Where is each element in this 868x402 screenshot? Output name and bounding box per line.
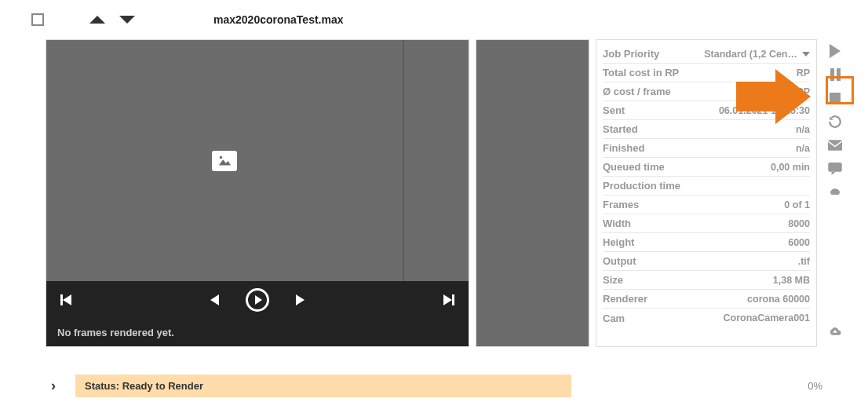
info-row: Queued time0,00 min [603,158,810,177]
info-row: Height6000 [603,233,810,252]
info-label: Sent [603,104,625,116]
preview-panel: No frames rendered yet. [46,39,469,347]
info-row: Width8000 [603,214,810,233]
info-value: .tif [798,256,810,267]
svg-marker-5 [832,172,836,175]
info-value: n/a [796,143,810,154]
info-label: Height [603,236,634,248]
stop-job-button[interactable] [826,90,844,107]
info-value: RP [797,68,810,79]
info-value: 0 of 1 [784,199,810,210]
next-frame-button[interactable] [296,294,305,305]
info-label: Started [603,123,638,135]
info-row: Job PriorityStandard (1,2 Cen… [603,45,810,64]
start-job-button[interactable] [826,42,844,60]
skip-end-button[interactable] [443,294,454,305]
svg-rect-3 [828,140,842,151]
prev-frame-button[interactable] [210,294,219,305]
dropdown-chevron-icon[interactable] [802,52,810,57]
info-value: n/a [796,124,810,135]
sort-controls [89,16,135,24]
status-banner: Status: Ready to Render [75,375,571,397]
pause-job-button[interactable] [826,66,844,83]
info-row: Startedn/a [603,120,810,139]
info-row: Sent06.01.2021 12:25:30 [603,101,810,120]
info-value: corona 60000 [747,294,810,305]
secondary-preview-panel [476,39,589,347]
preview-main-area [46,40,404,281]
info-label: Finished [603,142,644,154]
info-value: RP [797,86,810,97]
player-controls [46,281,469,319]
info-label: Cam [603,312,625,324]
info-value: 0,00 min [771,162,810,173]
skip-start-button[interactable] [60,294,71,305]
info-value[interactable]: Standard (1,2 Cen… [704,49,810,60]
info-label: Width [603,217,631,229]
info-value: CoronaCamera001 [724,312,810,323]
preview-status-text: No frames rendered yet. [46,319,469,346]
info-row: Finishedn/a [603,139,810,158]
info-value: 8000 [788,218,810,229]
image-placeholder-icon [212,151,237,171]
info-row: Size1,38 MB [603,271,810,290]
info-label: Ø cost / frame [603,86,671,97]
sort-up-icon[interactable] [89,16,105,24]
info-label: Renderer [603,293,647,305]
preview-thumbnail-strip [404,40,469,281]
info-value: 06.01.2021 12:25:30 [719,105,810,116]
progress-percent: 0% [808,380,830,392]
info-row: Total cost in RPRP [603,64,810,82]
info-label: Total cost in RP [603,67,679,79]
download-button[interactable] [826,184,844,201]
info-row: Ø cost / frameRP [603,82,810,101]
svg-rect-0 [216,154,233,168]
play-button[interactable] [246,288,269,312]
info-row: Frames0 of 1 [603,196,810,214]
mail-button[interactable] [826,137,844,154]
info-label: Production time [603,180,680,192]
svg-rect-4 [828,163,841,172]
expand-chevron-icon[interactable]: › [46,378,61,394]
info-row: CamCoronaCamera001 [603,309,810,327]
status-row: › Status: Ready to Render 0% [46,375,830,397]
info-label: Frames [603,199,639,210]
job-filename: max2020coronaTest.max [213,13,344,26]
info-row: Output.tif [603,252,810,271]
info-row: Production time [603,177,810,196]
comment-button[interactable] [826,160,844,177]
info-row: Renderercorona 60000 [603,290,810,309]
info-label: Size [603,274,623,286]
svg-point-2 [220,155,223,159]
select-job-checkbox[interactable] [31,13,44,26]
info-label: Queued time [603,161,665,173]
sort-down-icon[interactable] [119,16,135,24]
info-label: Job Priority [603,48,659,60]
refresh-button[interactable] [826,113,844,130]
info-value: 6000 [788,237,810,248]
upload-cloud-button[interactable] [826,323,844,341]
info-label: Output [603,255,636,267]
info-value: 1,38 MB [773,275,810,286]
job-info-panel: Job PriorityStandard (1,2 Cen…Total cost… [596,39,817,347]
job-action-toolbar [823,39,847,347]
job-header: max2020coronaTest.max [0,0,868,39]
